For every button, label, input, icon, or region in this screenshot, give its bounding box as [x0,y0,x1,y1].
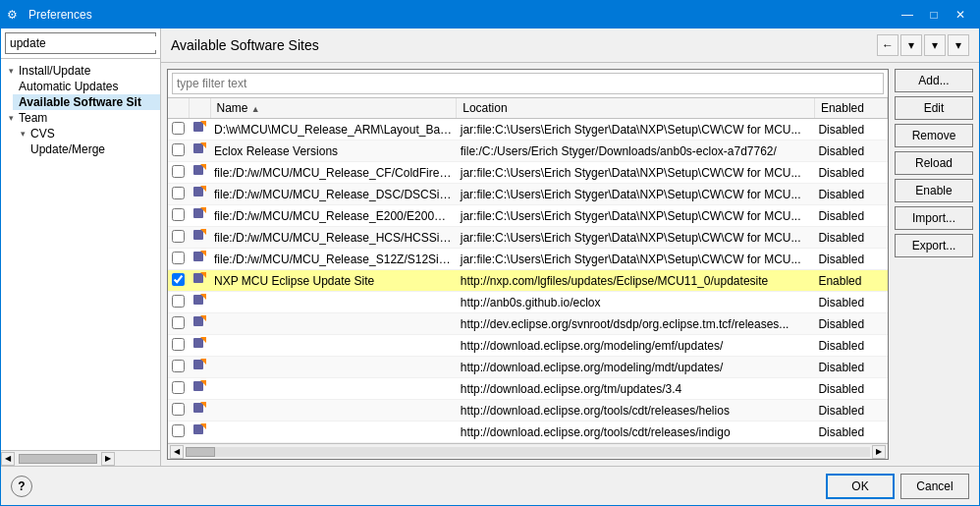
content-area: Name ▲ Location Enabled D:\w\MCU\MCU_Rel… [161,63,979,466]
dropdown-button[interactable]: ▾ [900,34,922,56]
sort-arrow-icon: ▲ [251,104,260,114]
plugin-icon [192,297,206,310]
sidebar-item-label: Available Software Sit [19,95,141,109]
sidebar-item-cvs[interactable]: ▾ CVS [13,126,160,141]
row-checkbox[interactable] [172,338,185,351]
back-button[interactable]: ← [877,34,898,56]
add-button[interactable]: Add... [895,69,973,92]
footer-right: OK Cancel [826,474,969,499]
table-hscroll: ◀ ▶ [168,443,888,459]
search-container: ✕ [1,28,160,59]
table-row: NXP MCU Eclipse Update Sitehttp://nxp.co… [168,270,888,292]
table-scroll-track[interactable] [186,447,870,457]
row-icon-cell [189,141,210,162]
plugin-icon [192,167,206,181]
row-checkbox-cell [168,270,189,292]
row-checkbox[interactable] [172,273,185,286]
scroll-right-btn[interactable]: ▶ [101,452,115,466]
row-checkbox-cell [168,335,189,357]
title-bar: ⚙ Preferences — □ ✕ [1,1,979,28]
table-scroll-right[interactable]: ▶ [872,445,886,459]
export-button[interactable]: Export... [895,234,973,257]
svg-rect-22 [193,360,203,369]
history-button[interactable]: ▾ [924,34,946,56]
row-name [210,400,457,422]
row-enabled: Disabled [814,249,887,270]
row-checkbox[interactable] [172,381,185,394]
minimize-button[interactable]: — [895,5,920,25]
scroll-thumb[interactable] [19,454,97,464]
row-checkbox-cell [168,400,189,422]
row-checkbox[interactable] [172,165,185,178]
row-checkbox[interactable] [172,122,185,135]
row-enabled: Disabled [814,184,887,205]
th-name[interactable]: Name ▲ [210,98,457,119]
svg-rect-16 [193,295,203,305]
row-checkbox[interactable] [172,403,185,416]
enable-button[interactable]: Enable [895,179,973,202]
plugin-icon [192,189,206,202]
sidebar-item-available-software-sites[interactable]: Available Software Sit [13,94,160,110]
row-enabled: Disabled [814,313,887,335]
row-checkbox[interactable] [172,230,185,243]
row-icon-cell [189,270,210,292]
svg-rect-6 [193,187,203,197]
help-button[interactable]: ? [11,476,32,497]
maximize-button[interactable]: □ [921,5,947,25]
right-panel: Available Software Sites ← ▾ ▾ ▾ [161,28,979,466]
collapse-button[interactable]: ▾ [948,34,969,56]
ok-button[interactable]: OK [826,474,895,499]
row-name [210,378,457,400]
row-checkbox[interactable] [172,187,185,199]
row-location: http://anb0s.github.io/eclox [457,292,815,313]
sidebar-item-team[interactable]: ▾ Team [1,110,160,126]
edit-button[interactable]: Edit [895,96,973,120]
table-wrapper[interactable]: Name ▲ Location Enabled D:\w\MCU\MCU_Rel… [168,98,888,443]
row-location: http://download.eclipse.org/tools/cdt/re… [457,422,815,443]
sidebar-tree: ▾ Install/Update Automatic Updates Avail… [1,59,160,450]
filter-input[interactable] [172,73,884,94]
close-button[interactable]: ✕ [948,5,973,25]
remove-button[interactable]: Remove [895,124,973,147]
th-icon [189,98,210,119]
row-icon-cell [189,378,210,400]
row-checkbox[interactable] [172,360,185,372]
plugin-icon [192,362,206,375]
table-scroll-left[interactable]: ◀ [170,445,184,459]
row-checkbox[interactable] [172,208,185,221]
sidebar-hscroll[interactable]: ◀ ▶ [1,450,160,466]
sidebar-item-install-update[interactable]: ▾ Install/Update [1,63,160,79]
row-checkbox-cell [168,184,189,205]
row-checkbox[interactable] [172,143,185,156]
row-enabled: Disabled [814,422,887,443]
row-icon-cell [189,422,210,443]
row-name [210,357,457,378]
sidebar-item-automatic-updates[interactable]: Automatic Updates [13,79,160,94]
row-name [210,335,457,357]
reload-button[interactable]: Reload [895,151,973,175]
footer: ? OK Cancel [1,466,979,505]
row-name: file:/D:/w/MCU/MCU_Release_HCS/HCSSite..… [210,227,457,249]
row-enabled: Disabled [814,141,887,162]
sites-table: Name ▲ Location Enabled D:\w\MCU\MCU_Rel… [168,98,888,443]
plugin-icon [192,340,206,354]
row-name: file:/D:/w/MCU/MCU_Release_E200/E200Site… [210,205,457,227]
row-location: jar:file:C:\Users\Erich Styger\Data\NXP\… [457,119,815,141]
row-icon-cell [189,292,210,313]
row-checkbox[interactable] [172,252,185,264]
scroll-left-btn[interactable]: ◀ [1,452,15,466]
table-row: http://download.eclipse.org/modeling/mdt… [168,357,888,378]
th-location[interactable]: Location [457,98,815,119]
row-enabled: Disabled [814,357,887,378]
th-checkbox [168,98,189,119]
import-button[interactable]: Import... [895,206,973,230]
row-checkbox[interactable] [172,295,185,308]
table-row: file:/D:/w/MCU/MCU_Release_HCS/HCSSite..… [168,227,888,249]
row-enabled: Disabled [814,292,887,313]
row-checkbox[interactable] [172,424,185,437]
row-checkbox[interactable] [172,316,185,329]
sidebar-item-update-merge[interactable]: Update/Merge [25,141,160,157]
table-scroll-thumb[interactable] [186,447,215,457]
cancel-button[interactable]: Cancel [900,474,969,499]
search-input[interactable] [6,36,161,50]
